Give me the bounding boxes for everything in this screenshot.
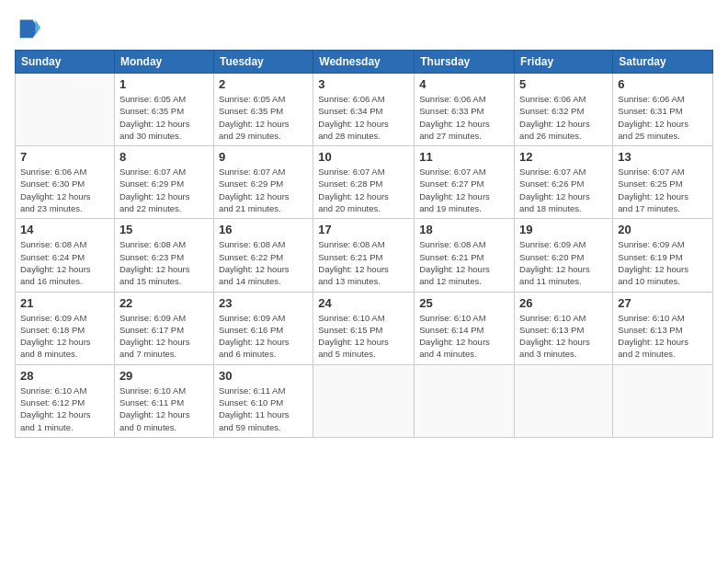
- calendar-cell: [313, 364, 415, 437]
- day-info: Sunrise: 6:07 AM Sunset: 6:29 PM Dayligh…: [119, 166, 209, 214]
- calendar-cell: 13Sunrise: 6:07 AM Sunset: 6:25 PM Dayli…: [613, 146, 713, 219]
- day-info: Sunrise: 6:07 AM Sunset: 6:28 PM Dayligh…: [318, 166, 409, 214]
- calendar-cell: 22Sunrise: 6:09 AM Sunset: 6:17 PM Dayli…: [114, 292, 213, 364]
- day-info: Sunrise: 6:10 AM Sunset: 6:13 PM Dayligh…: [519, 312, 608, 361]
- day-number: 11: [419, 150, 509, 164]
- day-number: 28: [20, 369, 109, 383]
- calendar-cell: 17Sunrise: 6:08 AM Sunset: 6:21 PM Dayli…: [313, 219, 415, 292]
- calendar-cell: 2Sunrise: 6:05 AM Sunset: 6:35 PM Daylig…: [213, 74, 313, 146]
- day-info: Sunrise: 6:09 AM Sunset: 6:19 PM Dayligh…: [618, 238, 708, 287]
- day-number: 29: [119, 369, 209, 383]
- day-info: Sunrise: 6:06 AM Sunset: 6:31 PM Dayligh…: [618, 93, 708, 142]
- day-info: Sunrise: 6:06 AM Sunset: 6:34 PM Dayligh…: [318, 93, 409, 142]
- calendar-header-row: SundayMondayTuesdayWednesdayThursdayFrid…: [16, 51, 713, 74]
- day-info: Sunrise: 6:09 AM Sunset: 6:18 PM Dayligh…: [20, 312, 109, 361]
- calendar-week-row: 21Sunrise: 6:09 AM Sunset: 6:18 PM Dayli…: [16, 292, 713, 364]
- day-number: 15: [119, 223, 209, 236]
- calendar-cell: 18Sunrise: 6:08 AM Sunset: 6:21 PM Dayli…: [415, 219, 515, 292]
- calendar-cell: [515, 364, 613, 437]
- day-number: 7: [20, 150, 109, 164]
- calendar-cell: 11Sunrise: 6:07 AM Sunset: 6:27 PM Dayli…: [415, 146, 515, 219]
- col-header-sunday: Sunday: [16, 51, 115, 74]
- calendar-cell: 15Sunrise: 6:08 AM Sunset: 6:23 PM Dayli…: [114, 219, 213, 292]
- day-number: 1: [119, 77, 209, 91]
- calendar-cell: 30Sunrise: 6:11 AM Sunset: 6:10 PM Dayli…: [213, 364, 313, 437]
- day-number: 20: [618, 223, 708, 236]
- calendar-cell: 1Sunrise: 6:05 AM Sunset: 6:35 PM Daylig…: [114, 74, 213, 146]
- day-number: 6: [618, 77, 708, 91]
- calendar-cell: 7Sunrise: 6:06 AM Sunset: 6:30 PM Daylig…: [16, 146, 115, 219]
- day-info: Sunrise: 6:05 AM Sunset: 6:35 PM Dayligh…: [219, 93, 308, 142]
- day-info: Sunrise: 6:07 AM Sunset: 6:26 PM Dayligh…: [519, 166, 608, 214]
- day-info: Sunrise: 6:06 AM Sunset: 6:33 PM Dayligh…: [419, 93, 509, 142]
- day-number: 10: [318, 150, 409, 164]
- logo-icon: [15, 15, 40, 40]
- calendar-week-row: 14Sunrise: 6:08 AM Sunset: 6:24 PM Dayli…: [16, 219, 713, 292]
- day-info: Sunrise: 6:08 AM Sunset: 6:21 PM Dayligh…: [419, 238, 509, 287]
- day-info: Sunrise: 6:10 AM Sunset: 6:12 PM Dayligh…: [20, 385, 109, 433]
- calendar-cell: 23Sunrise: 6:09 AM Sunset: 6:16 PM Dayli…: [213, 292, 313, 364]
- calendar-cell: 29Sunrise: 6:10 AM Sunset: 6:11 PM Dayli…: [114, 364, 213, 437]
- calendar-cell: 21Sunrise: 6:09 AM Sunset: 6:18 PM Dayli…: [16, 292, 115, 364]
- day-number: 2: [219, 77, 308, 91]
- col-header-thursday: Thursday: [415, 51, 515, 74]
- calendar-cell: 19Sunrise: 6:09 AM Sunset: 6:20 PM Dayli…: [515, 219, 613, 292]
- day-number: 4: [419, 77, 509, 91]
- calendar-cell: 12Sunrise: 6:07 AM Sunset: 6:26 PM Dayli…: [515, 146, 613, 219]
- day-number: 30: [219, 369, 308, 383]
- day-info: Sunrise: 6:07 AM Sunset: 6:29 PM Dayligh…: [219, 166, 308, 214]
- calendar-cell: 20Sunrise: 6:09 AM Sunset: 6:19 PM Dayli…: [613, 219, 713, 292]
- day-info: Sunrise: 6:08 AM Sunset: 6:24 PM Dayligh…: [20, 238, 109, 287]
- calendar-week-row: 7Sunrise: 6:06 AM Sunset: 6:30 PM Daylig…: [16, 146, 713, 219]
- col-header-tuesday: Tuesday: [213, 51, 313, 74]
- calendar-week-row: 1Sunrise: 6:05 AM Sunset: 6:35 PM Daylig…: [16, 74, 713, 146]
- day-info: Sunrise: 6:10 AM Sunset: 6:11 PM Dayligh…: [119, 385, 209, 433]
- day-info: Sunrise: 6:05 AM Sunset: 6:35 PM Dayligh…: [119, 93, 209, 142]
- day-number: 5: [519, 77, 608, 91]
- day-info: Sunrise: 6:10 AM Sunset: 6:15 PM Dayligh…: [318, 312, 409, 361]
- calendar: SundayMondayTuesdayWednesdayThursdayFrid…: [15, 50, 713, 438]
- day-number: 22: [119, 296, 209, 310]
- col-header-wednesday: Wednesday: [313, 51, 415, 74]
- header: [15, 15, 713, 40]
- calendar-cell: 4Sunrise: 6:06 AM Sunset: 6:33 PM Daylig…: [415, 74, 515, 146]
- day-info: Sunrise: 6:09 AM Sunset: 6:20 PM Dayligh…: [519, 238, 608, 287]
- day-info: Sunrise: 6:10 AM Sunset: 6:13 PM Dayligh…: [618, 312, 708, 361]
- calendar-cell: 10Sunrise: 6:07 AM Sunset: 6:28 PM Dayli…: [313, 146, 415, 219]
- page: SundayMondayTuesdayWednesdayThursdayFrid…: [0, 0, 728, 563]
- day-number: 8: [119, 150, 209, 164]
- calendar-cell: 25Sunrise: 6:10 AM Sunset: 6:14 PM Dayli…: [415, 292, 515, 364]
- day-number: 23: [219, 296, 308, 310]
- calendar-cell: 3Sunrise: 6:06 AM Sunset: 6:34 PM Daylig…: [313, 74, 415, 146]
- day-number: 26: [519, 296, 608, 310]
- calendar-cell: 27Sunrise: 6:10 AM Sunset: 6:13 PM Dayli…: [613, 292, 713, 364]
- calendar-cell: 5Sunrise: 6:06 AM Sunset: 6:32 PM Daylig…: [515, 74, 613, 146]
- day-info: Sunrise: 6:08 AM Sunset: 6:23 PM Dayligh…: [119, 238, 209, 287]
- day-number: 27: [618, 296, 708, 310]
- day-info: Sunrise: 6:07 AM Sunset: 6:25 PM Dayligh…: [618, 166, 708, 214]
- calendar-cell: 24Sunrise: 6:10 AM Sunset: 6:15 PM Dayli…: [313, 292, 415, 364]
- col-header-saturday: Saturday: [613, 51, 713, 74]
- day-number: 21: [20, 296, 109, 310]
- day-info: Sunrise: 6:08 AM Sunset: 6:21 PM Dayligh…: [318, 238, 409, 287]
- day-info: Sunrise: 6:09 AM Sunset: 6:17 PM Dayligh…: [119, 312, 209, 361]
- calendar-cell: 16Sunrise: 6:08 AM Sunset: 6:22 PM Dayli…: [213, 219, 313, 292]
- day-info: Sunrise: 6:09 AM Sunset: 6:16 PM Dayligh…: [219, 312, 308, 361]
- day-number: 13: [618, 150, 708, 164]
- day-number: 19: [519, 223, 608, 236]
- day-info: Sunrise: 6:10 AM Sunset: 6:14 PM Dayligh…: [419, 312, 509, 361]
- day-number: 12: [519, 150, 608, 164]
- svg-marker-1: [35, 20, 40, 36]
- calendar-cell: [613, 364, 713, 437]
- calendar-cell: 6Sunrise: 6:06 AM Sunset: 6:31 PM Daylig…: [613, 74, 713, 146]
- day-info: Sunrise: 6:11 AM Sunset: 6:10 PM Dayligh…: [219, 385, 308, 433]
- day-info: Sunrise: 6:06 AM Sunset: 6:32 PM Dayligh…: [519, 93, 608, 142]
- logo: [15, 15, 42, 40]
- calendar-cell: [16, 74, 115, 146]
- col-header-monday: Monday: [114, 51, 213, 74]
- day-number: 24: [318, 296, 409, 310]
- day-number: 9: [219, 150, 308, 164]
- day-number: 16: [219, 223, 308, 236]
- day-info: Sunrise: 6:07 AM Sunset: 6:27 PM Dayligh…: [419, 166, 509, 214]
- calendar-cell: [415, 364, 515, 437]
